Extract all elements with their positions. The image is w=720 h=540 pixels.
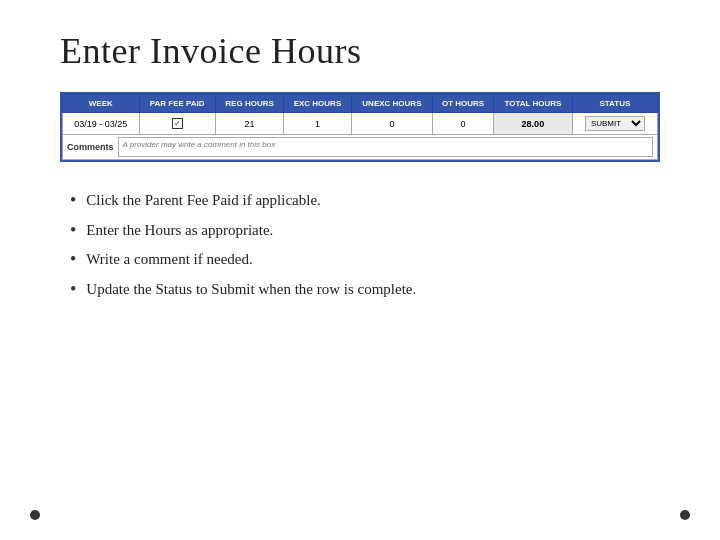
comments-input[interactable]: A provider may write a comment in this b… <box>118 137 653 157</box>
col-header-unexc-hours: UNEXC HOURS <box>351 95 433 113</box>
corner-decoration-right <box>680 510 690 520</box>
col-header-total-hours: TOTAL HOURS <box>493 95 572 113</box>
par-fee-paid-checkbox[interactable]: ✓ <box>172 118 183 129</box>
comments-placeholder: A provider may write a comment in this b… <box>123 140 276 149</box>
col-header-week: WEEK <box>63 95 140 113</box>
invoice-table-container: WEEK PAR FEE PAID REG HOURS EXC HOURS UN… <box>60 92 660 162</box>
col-header-reg-hours: REG HOURS <box>215 95 283 113</box>
col-header-par-fee-paid: PAR FEE PAID <box>139 95 215 113</box>
invoice-table: WEEK PAR FEE PAID REG HOURS EXC HOURS UN… <box>62 94 658 160</box>
list-item: • Update the Status to Submit when the r… <box>70 279 660 301</box>
cell-par-fee-paid[interactable]: ✓ <box>139 113 215 135</box>
comments-label: Comments <box>67 142 114 152</box>
cell-ot-hours[interactable]: 0 <box>433 113 494 135</box>
cell-reg-hours[interactable]: 21 <box>215 113 283 135</box>
comments-cell: Comments A provider may write a comment … <box>63 135 658 160</box>
bullet-dot: • <box>70 220 76 242</box>
bullet-text-3: Write a comment if needed. <box>86 249 252 270</box>
cell-week: 03/19 - 03/25 <box>63 113 140 135</box>
col-header-exc-hours: EXC HOURS <box>284 95 351 113</box>
bullet-dot: • <box>70 279 76 301</box>
cell-status[interactable]: SUBMIT DRAFT <box>572 113 657 135</box>
bullet-dot: • <box>70 190 76 212</box>
col-header-ot-hours: OT HOURS <box>433 95 494 113</box>
cell-exc-hours[interactable]: 1 <box>284 113 351 135</box>
bullet-text-2: Enter the Hours as appropriate. <box>86 220 273 241</box>
bullet-text-4: Update the Status to Submit when the row… <box>86 279 416 300</box>
page-title: Enter Invoice Hours <box>60 30 660 72</box>
table-row: 03/19 - 03/25 ✓ 21 1 0 0 28.00 SUBMIT <box>63 113 658 135</box>
cell-total-hours: 28.00 <box>493 113 572 135</box>
col-header-status: STATUS <box>572 95 657 113</box>
cell-unexc-hours[interactable]: 0 <box>351 113 433 135</box>
list-item: • Click the Parent Fee Paid if applicabl… <box>70 190 660 212</box>
list-item: • Enter the Hours as appropriate. <box>70 220 660 242</box>
status-select[interactable]: SUBMIT DRAFT <box>585 116 645 131</box>
bullet-text-1: Click the Parent Fee Paid if applicable. <box>86 190 321 211</box>
comments-row: Comments A provider may write a comment … <box>63 135 658 160</box>
page: Enter Invoice Hours WEEK PAR FEE PAID RE… <box>0 0 720 540</box>
corner-decoration-left <box>30 510 40 520</box>
list-item: • Write a comment if needed. <box>70 249 660 271</box>
bullet-list: • Click the Parent Fee Paid if applicabl… <box>60 190 660 308</box>
bullet-dot: • <box>70 249 76 271</box>
